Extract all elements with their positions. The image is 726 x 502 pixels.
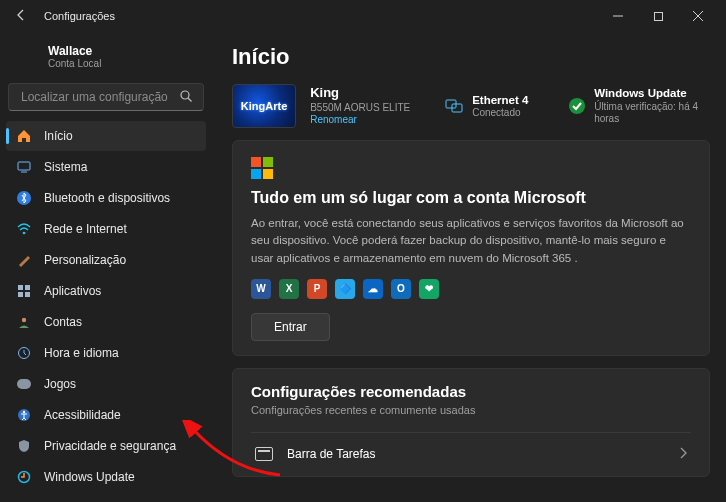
svg-rect-12 (25, 292, 30, 297)
user-block[interactable]: Wallace Conta Local (6, 40, 206, 79)
nav-acessibilidade[interactable]: Acessibilidade (6, 400, 206, 430)
nav-contas[interactable]: Contas (6, 307, 206, 337)
wifi-icon (16, 221, 32, 237)
brush-icon (16, 252, 32, 268)
back-button[interactable] (14, 8, 30, 25)
office-apps-row: WXP🔷☁O❤ (251, 279, 691, 299)
top-row: KingArte King B550M AORUS ELITE Renomear… (232, 84, 710, 140)
accounts-icon (16, 314, 32, 330)
nav-label: Jogos (44, 377, 76, 391)
nav-label: Privacidade e segurança (44, 439, 176, 453)
nav-hora[interactable]: Hora e idioma (6, 338, 206, 368)
minimize-button[interactable] (598, 2, 638, 30)
ms-card-desc: Ao entrar, você está conectando seus apl… (251, 215, 691, 267)
privacy-icon (16, 438, 32, 454)
svg-point-3 (181, 91, 189, 99)
office-app-icon: 🔷 (335, 279, 355, 299)
nav-rede[interactable]: Rede e Internet (6, 214, 206, 244)
nav-label: Bluetooth e dispositivos (44, 191, 170, 205)
search-box[interactable] (8, 83, 204, 111)
update-block[interactable]: Windows Update Última verificação: há 4 … (568, 86, 710, 125)
nav-label: Aplicativos (44, 284, 101, 298)
rec-item-label: Barra de Tarefas (287, 447, 376, 461)
nav-personalizacao[interactable]: Personalização (6, 245, 206, 275)
nav-jogos[interactable]: Jogos (6, 369, 206, 399)
svg-rect-5 (18, 162, 30, 170)
nav-bluetooth[interactable]: Bluetooth e dispositivos (6, 183, 206, 213)
office-app-icon: W (251, 279, 271, 299)
taskbar-icon (255, 447, 273, 461)
office-app-icon: ❤ (419, 279, 439, 299)
rec-item-taskbar[interactable]: Barra de Tarefas (251, 432, 691, 476)
svg-rect-10 (25, 285, 30, 290)
nav-label: Hora e idioma (44, 346, 119, 360)
office-app-icon: P (307, 279, 327, 299)
nav-label: Acessibilidade (44, 408, 121, 422)
signin-button[interactable]: Entrar (251, 313, 330, 341)
nav-privacidade[interactable]: Privacidade e segurança (6, 431, 206, 461)
thumb-text: KingArte (241, 100, 287, 112)
nav-label: Início (44, 129, 73, 143)
nav-label: Windows Update (44, 470, 135, 484)
svg-point-8 (23, 232, 26, 235)
office-app-icon: ☁ (363, 279, 383, 299)
svg-point-13 (22, 318, 26, 322)
search-input[interactable] (19, 89, 179, 105)
recommended-card: Configurações recomendadas Configurações… (232, 368, 710, 477)
nav-update[interactable]: Windows Update (6, 462, 206, 492)
nav-list: Início Sistema Bluetooth e dispositivos … (6, 121, 206, 492)
net-title: Ethernet 4 (472, 93, 528, 107)
svg-line-4 (188, 98, 192, 102)
device-block[interactable]: King B550M AORUS ELITE Renomear (310, 85, 430, 126)
ethernet-icon (444, 96, 464, 116)
maximize-button[interactable] (638, 2, 678, 30)
office-app-icon: X (279, 279, 299, 299)
nav-label: Rede e Internet (44, 222, 127, 236)
nav-label: Personalização (44, 253, 126, 267)
close-button[interactable] (678, 2, 718, 30)
update-title: Windows Update (594, 86, 710, 100)
bluetooth-icon (16, 190, 32, 206)
device-thumbnail[interactable]: KingArte (232, 84, 296, 128)
nav-aplicativos[interactable]: Aplicativos (6, 276, 206, 306)
svg-rect-15 (17, 379, 31, 389)
update-icon (16, 469, 32, 485)
device-rename-link[interactable]: Renomear (310, 114, 410, 127)
nav-inicio[interactable]: Início (6, 121, 206, 151)
chevron-right-icon (679, 447, 687, 462)
nav-label: Sistema (44, 160, 87, 174)
nav-sistema[interactable]: Sistema (6, 152, 206, 182)
rec-heading: Configurações recomendadas (251, 383, 691, 400)
titlebar: Configurações (0, 0, 726, 32)
accessibility-icon (16, 407, 32, 423)
office-app-icon: O (391, 279, 411, 299)
update-status-icon (568, 96, 586, 116)
ms-account-card: Tudo em um só lugar com a conta Microsof… (232, 140, 710, 356)
device-model: B550M AORUS ELITE (310, 102, 410, 115)
nav-label: Contas (44, 315, 82, 329)
page-heading: Início (232, 44, 710, 70)
user-name: Wallace (48, 44, 200, 58)
user-account-type: Conta Local (48, 58, 200, 69)
games-icon (16, 376, 32, 392)
svg-point-21 (569, 98, 585, 114)
device-name: King (310, 85, 410, 101)
ms-card-heading: Tudo em um só lugar com a conta Microsof… (251, 189, 691, 207)
svg-rect-9 (18, 285, 23, 290)
net-status: Conectado (472, 107, 528, 120)
content: Início KingArte King B550M AORUS ELITE R… (212, 32, 726, 502)
window-title: Configurações (44, 10, 115, 22)
svg-point-17 (23, 411, 25, 413)
home-icon (16, 128, 32, 144)
window-controls (598, 2, 718, 30)
apps-icon (16, 283, 32, 299)
network-block[interactable]: Ethernet 4 Conectado (444, 93, 554, 120)
update-status: Última verificação: há 4 horas (594, 101, 710, 126)
svg-rect-11 (18, 292, 23, 297)
system-icon (16, 159, 32, 175)
microsoft-logo-icon (251, 157, 273, 179)
search-icon (179, 89, 193, 106)
rec-sub: Configurações recentes e comumente usada… (251, 404, 691, 416)
sidebar: Wallace Conta Local Início Sistema Bluet… (0, 32, 212, 502)
time-icon (16, 345, 32, 361)
